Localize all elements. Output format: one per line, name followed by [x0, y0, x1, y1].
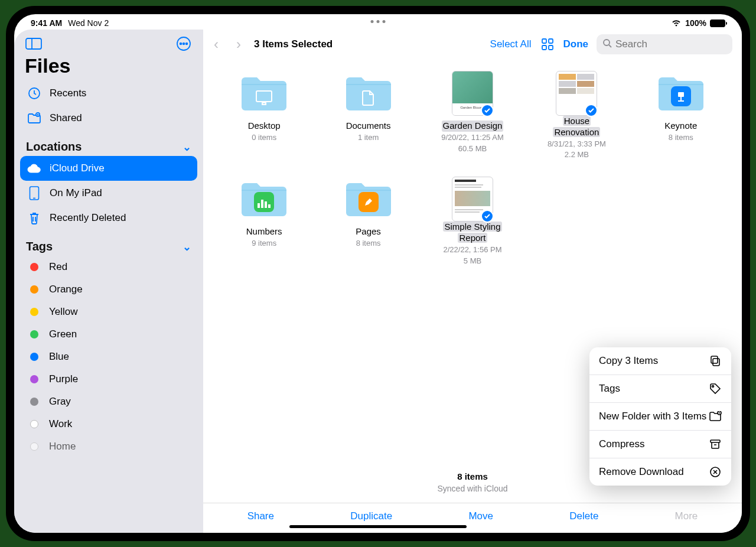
menu-tags[interactable]: Tags	[589, 375, 731, 403]
tags-header[interactable]: Tags ⌄	[20, 230, 197, 256]
file-name: Desktop	[247, 121, 282, 132]
file-size: 60.5 MB	[458, 144, 487, 154]
file-grid: Desktop 0 items Documents 1 item	[203, 58, 742, 266]
document-glyph-icon	[362, 90, 375, 109]
bottom-toolbar: Share Duplicate Move Delete More	[203, 503, 742, 533]
sidebar-item-recents[interactable]: Recents	[20, 81, 197, 106]
status-date: Wed Nov 2	[68, 18, 109, 28]
back-button[interactable]: ‹	[209, 36, 223, 53]
menu-copy[interactable]: Copy 3 Items	[589, 347, 731, 375]
svg-point-5	[186, 43, 188, 45]
battery-percent: 100%	[685, 18, 706, 28]
clock-icon	[27, 86, 41, 100]
view-grid-icon[interactable]	[540, 37, 555, 52]
file-meta: 8 items	[356, 239, 381, 249]
copy-icon	[709, 354, 722, 367]
svg-rect-17	[256, 91, 272, 102]
tag-work[interactable]: Work	[20, 413, 197, 435]
chevron-down-icon: ⌄	[183, 141, 191, 154]
sidebar-item-label: Shared	[50, 112, 82, 124]
more-button[interactable]: More	[675, 510, 698, 522]
file-house-renovation[interactable]: HouseRenovation 8/31/21, 3:33 PM 2.2 MB	[530, 71, 623, 160]
sidebar-item-shared[interactable]: Shared	[20, 106, 197, 131]
file-size: 5 MB	[464, 256, 481, 266]
ipad-frame: 9:41 AM Wed Nov 2 100%	[6, 6, 750, 541]
file-meta: 8 items	[669, 133, 693, 143]
file-pages[interactable]: Pages 8 items	[321, 177, 415, 266]
file-name: Pages	[354, 226, 382, 237]
tag-home[interactable]: Home	[20, 435, 197, 458]
tag-blue[interactable]: Blue	[20, 346, 197, 368]
svg-rect-26	[711, 440, 720, 442]
svg-rect-18	[262, 103, 266, 105]
file-numbers[interactable]: Numbers 9 items	[217, 177, 311, 266]
svg-rect-10	[542, 39, 546, 43]
multitask-icon[interactable]	[371, 20, 386, 23]
menu-remove-download[interactable]: Remove Download	[589, 458, 731, 486]
delete-button[interactable]: Delete	[569, 510, 598, 522]
svg-rect-22	[713, 359, 719, 366]
search-input[interactable]	[615, 38, 741, 50]
sidebar-item-deleted[interactable]: Recently Deleted	[20, 206, 197, 230]
folder-plus-icon	[709, 410, 722, 423]
tag-dot-icon	[30, 375, 38, 383]
file-garden-design[interactable]: Garden Blooms Garden Design 9/20/22, 11:…	[426, 71, 519, 160]
locations-header[interactable]: Locations ⌄	[20, 131, 197, 156]
file-styling-report[interactable]: Simple StylingReport 2/22/22, 1:56 PM 5 …	[426, 177, 519, 266]
duplicate-button[interactable]: Duplicate	[350, 510, 392, 522]
file-documents[interactable]: Documents 1 item	[321, 71, 415, 160]
selected-check-icon	[481, 104, 494, 117]
cloud-icon	[27, 161, 41, 175]
toolbar: ‹ › 3 Items Selected Select All Done	[203, 30, 742, 58]
file-keynote[interactable]: Keynote 8 items	[634, 71, 728, 160]
forward-button[interactable]: ›	[232, 36, 246, 53]
home-indicator[interactable]	[289, 525, 467, 528]
context-menu: Copy 3 Items Tags New Folder with 3 Item…	[589, 347, 731, 486]
sync-status: Synced with iCloud	[203, 484, 742, 503]
menu-compress[interactable]: Compress	[589, 431, 731, 458]
svg-point-24	[712, 386, 714, 388]
tag-orange[interactable]: Orange	[20, 278, 197, 301]
search-field[interactable]	[597, 34, 732, 54]
svg-rect-23	[711, 356, 718, 363]
file-name: Numbers	[245, 226, 284, 237]
tag-gray[interactable]: Gray	[20, 390, 197, 413]
selection-title: 3 Items Selected	[254, 38, 333, 50]
sidebar-item-onmyipad[interactable]: On My iPad	[20, 181, 197, 206]
menu-new-folder[interactable]: New Folder with 3 Items	[589, 403, 731, 431]
svg-line-15	[609, 45, 611, 47]
desktop-glyph-icon	[255, 90, 273, 108]
file-name: HouseRenovation	[553, 116, 600, 138]
done-button[interactable]: Done	[563, 38, 589, 50]
tag-dot-icon	[30, 442, 38, 451]
tag-dot-icon	[30, 285, 38, 294]
tag-yellow[interactable]: Yellow	[20, 301, 197, 323]
search-icon	[602, 38, 612, 50]
more-options-icon[interactable]	[175, 37, 193, 51]
file-name: Garden Design	[442, 121, 504, 132]
svg-point-4	[183, 43, 185, 45]
share-button[interactable]: Share	[247, 510, 274, 522]
move-button[interactable]: Move	[468, 510, 493, 522]
pages-app-icon	[359, 192, 379, 212]
archive-icon	[709, 438, 722, 451]
file-meta: 0 items	[252, 133, 276, 143]
svg-rect-12	[542, 45, 546, 50]
tag-green[interactable]: Green	[20, 323, 197, 346]
svg-rect-20	[680, 97, 682, 101]
file-size: 2.2 MB	[565, 150, 589, 160]
sidebar-toggle-icon[interactable]	[25, 37, 43, 51]
svg-rect-0	[26, 38, 41, 49]
file-desktop[interactable]: Desktop 0 items	[217, 71, 311, 160]
tag-icon	[709, 382, 722, 395]
svg-rect-19	[678, 92, 684, 97]
tag-red[interactable]: Red	[20, 256, 197, 278]
selected-check-icon	[481, 210, 494, 223]
select-all-button[interactable]: Select All	[490, 38, 532, 50]
tag-dot-icon	[30, 263, 38, 271]
sidebar-item-icloud[interactable]: iCloud Drive	[20, 156, 197, 181]
sidebar-title: Files	[20, 52, 197, 81]
tag-dot-icon	[30, 420, 38, 428]
file-meta: 9/20/22, 11:25 AM	[441, 133, 504, 143]
tag-purple[interactable]: Purple	[20, 368, 197, 390]
